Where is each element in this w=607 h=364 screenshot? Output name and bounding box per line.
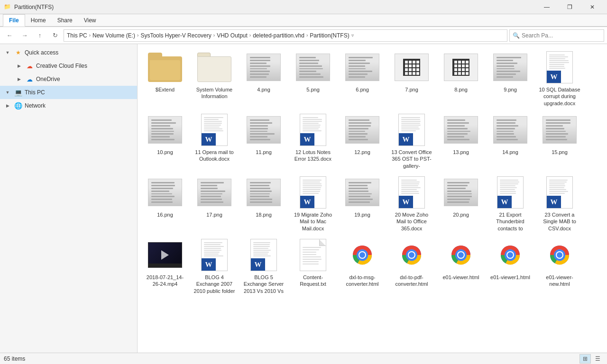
- sidebar-item-this-pc[interactable]: ▼ 💻 This PC: [0, 86, 137, 99]
- file-item[interactable]: WBLOG 5 Exchange Server 2013 Vs 2010 Vs …: [240, 236, 287, 296]
- file-item[interactable]: 5.png: [289, 48, 337, 109]
- file-thumbnail: W: [296, 175, 330, 209]
- file-name: e01-viewer.html: [440, 274, 482, 281]
- file-item[interactable]: 7.png: [388, 48, 435, 109]
- file-item[interactable]: 8.png: [437, 48, 485, 109]
- file-item[interactable]: e01-viewer-new.html: [536, 236, 583, 296]
- file-item[interactable]: W21 Export Thunderbird contacts to Outlo…: [487, 173, 534, 234]
- view-details[interactable]: ☰: [592, 354, 603, 364]
- sidebar-label-this-pc: This PC: [25, 89, 133, 96]
- file-item[interactable]: dxl-to-msg-converter.html: [339, 236, 386, 296]
- close-button[interactable]: ✕: [581, 0, 603, 14]
- file-item[interactable]: Content-Request.txt: [289, 236, 337, 296]
- file-name: 14.png: [489, 149, 532, 155]
- file-name: 21 Export Thunderbird contacts to Outloo…: [489, 211, 532, 231]
- file-name: 7.png: [390, 86, 433, 93]
- file-thumbnail: W: [247, 238, 281, 272]
- file-thumbnail: [444, 50, 478, 84]
- file-thumbnail: [395, 238, 429, 272]
- file-thumbnail: [247, 113, 281, 147]
- file-item[interactable]: 13.png: [437, 110, 485, 171]
- path-segment-vhd: deleted-partition.vhd: [253, 32, 304, 39]
- file-item[interactable]: WBLOG 4 Exchange 2007 2010 public folder…: [191, 236, 238, 296]
- svg-point-3: [359, 252, 365, 258]
- file-thumbnail: [395, 50, 429, 84]
- tab-share[interactable]: Share: [52, 14, 78, 27]
- file-item[interactable]: e01-viewer1.html: [487, 236, 534, 296]
- file-item[interactable]: 9.png: [487, 48, 534, 109]
- tab-file[interactable]: File: [3, 14, 25, 27]
- file-name: 8.png: [440, 86, 482, 93]
- file-item[interactable]: W12 Lotus Notes Error 1325.docx: [289, 110, 337, 171]
- minimize-button[interactable]: —: [536, 0, 558, 14]
- file-item[interactable]: 17.png: [191, 173, 238, 234]
- file-item[interactable]: 20.png: [437, 173, 485, 234]
- file-item[interactable]: 18.png: [240, 173, 287, 234]
- back-button[interactable]: ←: [3, 29, 16, 42]
- search-box[interactable]: 🔍: [509, 29, 604, 42]
- file-item[interactable]: W20 Move Zoho Mail to Office 365.docx: [388, 173, 435, 234]
- file-name: 13.png: [440, 149, 482, 155]
- file-item[interactable]: 10.png: [141, 110, 189, 171]
- sidebar-item-onedrive[interactable]: ▶ ☁ OneDrive: [0, 73, 137, 86]
- sidebar-item-quick-access[interactable]: ▼ ★ Quick access: [0, 46, 137, 59]
- title-bar-title: Partition(NTFS): [14, 4, 536, 10]
- expand-icon-od: ▶: [15, 75, 23, 83]
- file-item[interactable]: 15.png: [536, 110, 583, 171]
- file-item[interactable]: 19.png: [339, 173, 386, 234]
- file-thumbnail: [543, 238, 577, 272]
- maximize-button[interactable]: ❐: [559, 0, 580, 14]
- view-large-icons[interactable]: ⊞: [579, 354, 591, 364]
- up-button[interactable]: ↑: [33, 29, 46, 42]
- file-item[interactable]: 14.png: [487, 110, 534, 171]
- file-name: $Extend: [144, 86, 186, 93]
- search-input[interactable]: [522, 32, 601, 39]
- file-thumbnail: [493, 238, 527, 272]
- address-path[interactable]: This PC › New Volume (E:) › SysTools Hyp…: [64, 29, 507, 42]
- sidebar-item-creative-cloud[interactable]: ▶ ☁ Creative Cloud Files: [0, 59, 137, 73]
- ribbon: File Home Share View: [0, 14, 607, 27]
- file-thumbnail: W: [493, 175, 527, 209]
- file-item[interactable]: e01-viewer.html: [437, 236, 485, 296]
- file-item[interactable]: 12.png: [339, 110, 386, 171]
- file-item[interactable]: W10 SQL Database corrupt during upgrade.…: [536, 48, 583, 109]
- refresh-button[interactable]: ↻: [48, 29, 62, 42]
- file-thumbnail: [148, 50, 182, 84]
- creative-cloud-icon: ☁: [25, 62, 34, 70]
- sidebar-item-network[interactable]: ▶ 🌐 Network: [0, 99, 137, 112]
- file-item[interactable]: W23 Convert a Single MAB to CSV.docx: [536, 173, 583, 234]
- expand-icon-pc: ▼: [4, 89, 11, 96]
- tab-home[interactable]: Home: [25, 14, 52, 27]
- file-thumbnail: [345, 175, 379, 209]
- file-item[interactable]: System Volume Information: [191, 48, 238, 109]
- file-item[interactable]: 2018-07-21_14-26-24.mp4: [141, 236, 189, 296]
- file-thumbnail: [148, 113, 182, 147]
- file-name: 11.png: [242, 149, 285, 155]
- svg-point-19: [557, 252, 562, 258]
- file-item[interactable]: 4.png: [240, 48, 287, 109]
- file-item[interactable]: W13 Convert Office 365 OST to PST-galler…: [388, 110, 435, 171]
- file-name: 9.png: [489, 86, 532, 93]
- file-name: 6.png: [341, 86, 384, 93]
- forward-button[interactable]: →: [18, 29, 31, 42]
- file-thumbnail: [148, 175, 182, 209]
- file-item[interactable]: W19 Migrate Zoho Mail to Mac Mail.docx: [289, 173, 337, 234]
- main-layout: ▼ ★ Quick access ▶ ☁ Creative Cloud File…: [0, 44, 607, 353]
- file-item[interactable]: W11 Opera mail to Outlook.docx: [191, 110, 238, 171]
- expand-icon-net: ▶: [4, 102, 11, 109]
- sidebar: ▼ ★ Quick access ▶ ☁ Creative Cloud File…: [0, 44, 138, 353]
- file-item[interactable]: dxl-to-pdf-converter.html: [388, 236, 435, 296]
- file-item[interactable]: 11.png: [240, 110, 287, 171]
- file-name: 5.png: [292, 86, 334, 93]
- file-thumbnail: W: [395, 113, 429, 147]
- file-name: 17.png: [193, 211, 236, 218]
- sidebar-label-creative-cloud: Creative Cloud Files: [36, 63, 133, 69]
- file-name: e01-viewer1.html: [489, 274, 532, 281]
- file-item[interactable]: 16.png: [141, 173, 189, 234]
- title-bar-controls: — ❐ ✕: [536, 0, 603, 14]
- file-item[interactable]: 6.png: [339, 48, 386, 109]
- file-item[interactable]: $Extend: [141, 48, 189, 109]
- view-buttons: ⊞ ☰: [579, 354, 603, 364]
- tab-view[interactable]: View: [78, 14, 102, 27]
- content-area: $ExtendSystem Volume Information4.png5.p…: [138, 44, 607, 353]
